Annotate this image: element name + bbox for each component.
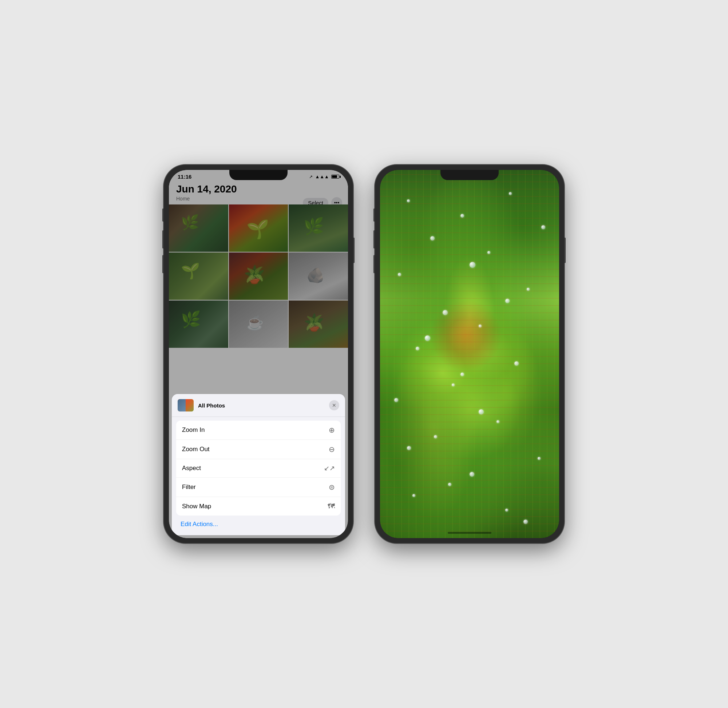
right-power-button[interactable] [564, 238, 566, 263]
volume-up-button[interactable] [162, 230, 164, 248]
menu-list: Zoom In ⊕ Zoom Out ⊖ Aspect ↙↗ Filter [176, 421, 341, 515]
right-screen [380, 170, 559, 538]
edit-actions[interactable]: Edit Actions... [172, 515, 345, 528]
plant-photo[interactable] [380, 170, 559, 538]
context-menu-title: All Photos [198, 402, 225, 409]
right-phone [375, 165, 564, 543]
icon-left-panel [178, 399, 186, 412]
dew-drops-overlay [380, 170, 559, 538]
close-icon: ✕ [332, 402, 336, 408]
context-menu-header: All Photos ✕ [172, 394, 345, 417]
edit-actions-label: Edit Actions... [180, 521, 218, 528]
left-screen: 11:16 ↗ ▲▲▲ Jun 14, 2020 Home Select ••• [169, 170, 348, 538]
zoom-in-label: Zoom In [182, 427, 205, 434]
right-phone-inner [380, 170, 559, 538]
menu-item-aspect[interactable]: Aspect ↙↗ [176, 459, 341, 478]
right-silent-button[interactable] [373, 209, 375, 222]
context-close-button[interactable]: ✕ [329, 400, 339, 411]
all-photos-icon [178, 399, 194, 412]
volume-down-button[interactable] [162, 255, 164, 273]
left-phone: 11:16 ↗ ▲▲▲ Jun 14, 2020 Home Select ••• [164, 165, 353, 543]
menu-item-show-map[interactable]: Show Map 🗺 [176, 497, 341, 515]
aspect-label: Aspect [182, 464, 201, 472]
silent-button[interactable] [162, 209, 164, 222]
filter-icon: ⊜ [329, 483, 335, 492]
phone-inner: 11:16 ↗ ▲▲▲ Jun 14, 2020 Home Select ••• [169, 170, 348, 538]
zoom-out-label: Zoom Out [182, 446, 210, 453]
power-button[interactable] [353, 238, 355, 263]
zoom-in-icon: ⊕ [329, 426, 335, 434]
right-volume-up-button[interactable] [373, 230, 375, 248]
map-icon: 🗺 [328, 502, 335, 511]
right-notch [440, 170, 499, 180]
right-home-indicator[interactable] [448, 532, 491, 534]
menu-item-zoom-in[interactable]: Zoom In ⊕ [176, 421, 341, 440]
filter-label: Filter [182, 483, 196, 491]
zoom-out-icon: ⊖ [329, 445, 335, 454]
context-overlay: All Photos ✕ Zoom In ⊕ Zoom Out [169, 170, 348, 538]
context-menu: All Photos ✕ Zoom In ⊕ Zoom Out [172, 394, 345, 535]
menu-item-zoom-out[interactable]: Zoom Out ⊖ [176, 440, 341, 459]
menu-item-filter[interactable]: Filter ⊜ [176, 478, 341, 497]
right-volume-down-button[interactable] [373, 255, 375, 273]
icon-right-panel [186, 399, 194, 412]
show-map-label: Show Map [182, 503, 211, 510]
aspect-icon: ↙↗ [324, 464, 335, 472]
